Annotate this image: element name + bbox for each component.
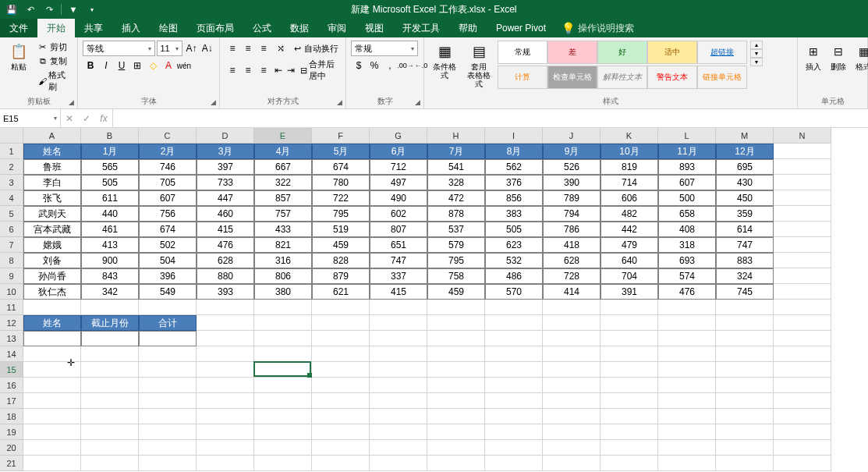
- number-format-combo[interactable]: 常规▾: [351, 41, 418, 56]
- cell-N1[interactable]: [774, 144, 831, 159]
- enter-formula-button[interactable]: ✓: [78, 113, 95, 124]
- col-header-L[interactable]: L: [658, 128, 716, 144]
- cell-K18[interactable]: [601, 409, 658, 424]
- conditional-format-button[interactable]: ▦ 条件格式: [429, 41, 460, 81]
- cell-D12[interactable]: [197, 315, 254, 331]
- cell-F9[interactable]: 879: [312, 268, 370, 284]
- cell-L17[interactable]: [658, 393, 716, 409]
- cell-F4[interactable]: 722: [312, 190, 370, 206]
- cell-J14[interactable]: [543, 346, 601, 362]
- cell-J15[interactable]: [543, 362, 601, 378]
- cell-L1[interactable]: 11月: [658, 144, 716, 159]
- cell-I11[interactable]: [485, 300, 543, 315]
- cell-B13[interactable]: [81, 331, 139, 346]
- cell-G17[interactable]: [370, 393, 427, 409]
- cell-L7[interactable]: 318: [658, 237, 716, 253]
- cell-K19[interactable]: [601, 424, 658, 440]
- cell-B1[interactable]: 1月: [81, 144, 139, 159]
- row-header-8[interactable]: 8: [0, 253, 23, 268]
- cell-A13[interactable]: [23, 331, 81, 346]
- cell-F6[interactable]: 519: [312, 222, 370, 237]
- cell-M11[interactable]: [716, 300, 774, 315]
- cell-J3[interactable]: 390: [543, 175, 601, 190]
- cell-C6[interactable]: 674: [139, 222, 197, 237]
- cell-L3[interactable]: 607: [658, 175, 716, 190]
- cell-A15[interactable]: [23, 362, 81, 378]
- cell-I14[interactable]: [485, 346, 543, 362]
- tab-formulas[interactable]: 公式: [243, 19, 281, 37]
- row-header-9[interactable]: 9: [0, 268, 23, 284]
- cell-H7[interactable]: 579: [427, 237, 485, 253]
- merge-center-button[interactable]: ⊟合并后居中: [298, 58, 341, 83]
- cell-E18[interactable]: [254, 409, 312, 424]
- col-header-G[interactable]: G: [370, 128, 427, 144]
- cell-H21[interactable]: [427, 456, 485, 471]
- cell-H9[interactable]: 758: [427, 268, 485, 284]
- cell-I5[interactable]: 383: [485, 206, 543, 222]
- cell-D11[interactable]: [197, 300, 254, 315]
- cell-B10[interactable]: 342: [81, 284, 139, 300]
- qat-more-icon[interactable]: ▾: [85, 2, 99, 16]
- style-warn[interactable]: 警告文本: [647, 66, 697, 89]
- cell-E12[interactable]: [254, 315, 312, 331]
- cell-M10[interactable]: 745: [716, 284, 774, 300]
- border-button[interactable]: ⊞: [129, 58, 145, 73]
- cell-L4[interactable]: 500: [658, 190, 716, 206]
- cell-C14[interactable]: [139, 346, 197, 362]
- cell-N10[interactable]: [774, 284, 831, 300]
- cell-K11[interactable]: [601, 300, 658, 315]
- cell-N20[interactable]: [774, 440, 831, 456]
- cell-I15[interactable]: [485, 362, 543, 378]
- cell-D3[interactable]: 733: [197, 175, 254, 190]
- font-name-combo[interactable]: 等线▾: [83, 41, 155, 56]
- cell-J5[interactable]: 794: [543, 206, 601, 222]
- cell-B9[interactable]: 843: [81, 268, 139, 284]
- cell-D13[interactable]: [197, 331, 254, 346]
- fill-color-button[interactable]: ◇: [145, 58, 161, 73]
- cell-B7[interactable]: 413: [81, 237, 139, 253]
- cell-K13[interactable]: [601, 331, 658, 346]
- gallery-more-button[interactable]: ▾: [750, 58, 763, 66]
- cell-L19[interactable]: [658, 424, 716, 440]
- insert-function-button[interactable]: fx: [95, 113, 112, 124]
- cell-H19[interactable]: [427, 424, 485, 440]
- tab-share[interactable]: 共享: [75, 19, 112, 37]
- row-header-12[interactable]: 12: [0, 315, 23, 331]
- cell-I17[interactable]: [485, 393, 543, 409]
- cell-F10[interactable]: 621: [312, 284, 370, 300]
- cell-C2[interactable]: 746: [139, 159, 197, 175]
- cell-K2[interactable]: 819: [601, 159, 658, 175]
- cell-M1[interactable]: 12月: [716, 144, 774, 159]
- cell-G11[interactable]: [370, 300, 427, 315]
- cell-B16[interactable]: [81, 378, 139, 393]
- cell-J8[interactable]: 628: [543, 253, 601, 268]
- cell-K3[interactable]: 714: [601, 175, 658, 190]
- cell-L14[interactable]: [658, 346, 716, 362]
- cell-L21[interactable]: [658, 456, 716, 471]
- cell-A12[interactable]: 姓名: [23, 315, 81, 331]
- cell-G6[interactable]: 807: [370, 222, 427, 237]
- cell-G20[interactable]: [370, 440, 427, 456]
- cell-C7[interactable]: 502: [139, 237, 197, 253]
- cancel-formula-button[interactable]: ✕: [61, 113, 78, 124]
- cell-C9[interactable]: 396: [139, 268, 197, 284]
- cell-D4[interactable]: 447: [197, 190, 254, 206]
- cell-L10[interactable]: 476: [658, 284, 716, 300]
- cell-H15[interactable]: [427, 362, 485, 378]
- cell-K14[interactable]: [601, 346, 658, 362]
- col-header-E[interactable]: E: [254, 128, 312, 144]
- cell-A18[interactable]: [23, 409, 81, 424]
- cell-J6[interactable]: 786: [543, 222, 601, 237]
- cell-D5[interactable]: 460: [197, 206, 254, 222]
- cell-A20[interactable]: [23, 440, 81, 456]
- cell-M20[interactable]: [716, 440, 774, 456]
- row-header-21[interactable]: 21: [0, 456, 23, 471]
- cell-E16[interactable]: [254, 378, 312, 393]
- cell-B17[interactable]: [81, 393, 139, 409]
- cell-F14[interactable]: [312, 346, 370, 362]
- style-calc[interactable]: 计算: [498, 66, 547, 89]
- tab-powerpivot[interactable]: Power Pivot: [487, 19, 555, 37]
- italic-button[interactable]: I: [98, 58, 114, 73]
- cell-I8[interactable]: 532: [485, 253, 543, 268]
- tab-insert[interactable]: 插入: [112, 19, 150, 37]
